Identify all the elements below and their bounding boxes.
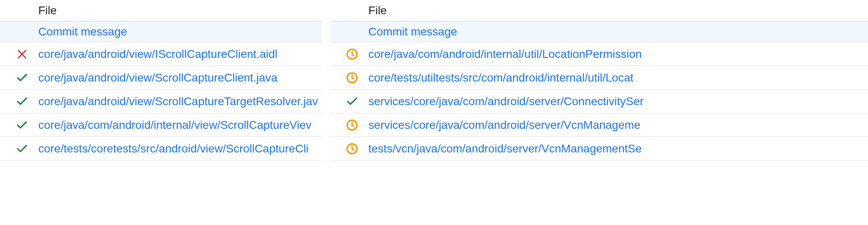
clock-icon	[346, 48, 359, 61]
file-path-link[interactable]: core/java/android/view/IScrollCaptureCli…	[38, 48, 278, 60]
file-path-link[interactable]: core/java/android/view/ScrollCaptureTarg…	[38, 95, 318, 108]
file-row: core/java/android/view/ScrollCaptureTarg…	[0, 90, 322, 113]
column-header-row: File	[0, 0, 322, 21]
file-row: core/java/com/android/internal/view/Scro…	[0, 113, 322, 137]
x-icon	[16, 48, 28, 60]
commit-message-link[interactable]: Commit message	[368, 25, 868, 38]
file-panel-left: File Commit message core/java/android/vi…	[0, 0, 322, 225]
commit-message-row[interactable]: Commit message	[330, 21, 868, 42]
file-row: services/core/java/com/android/server/Vc…	[330, 113, 868, 137]
status-icon-cell	[6, 95, 38, 108]
check-icon	[346, 95, 359, 108]
check-icon	[15, 142, 29, 155]
file-row: tests/vcn/java/com/android/server/VcnMan…	[330, 137, 868, 161]
file-path-link[interactable]: core/tests/utiltests/src/com/android/int…	[368, 71, 634, 84]
clock-icon	[346, 119, 359, 132]
file-path-link[interactable]: core/java/android/view/ScrollCaptureClie…	[38, 71, 278, 84]
column-header-row: File	[330, 0, 868, 21]
file-path-link[interactable]: services/core/java/com/android/server/Vc…	[368, 119, 641, 131]
status-icon-cell	[336, 71, 368, 84]
file-row: core/tests/utiltests/src/com/android/int…	[330, 66, 868, 90]
file-row: core/java/com/android/internal/util/Loca…	[330, 42, 868, 66]
file-row: core/java/android/view/ScrollCaptureClie…	[0, 66, 322, 90]
file-path-link[interactable]: core/java/com/android/internal/util/Loca…	[368, 48, 642, 60]
file-row: core/tests/coretests/src/android/view/Sc…	[0, 137, 322, 161]
status-icon-cell	[336, 142, 368, 155]
status-icon-cell	[6, 71, 38, 84]
status-icon-cell	[6, 48, 38, 60]
file-panel-right: File Commit message core/java/com/androi…	[330, 0, 868, 225]
check-icon	[15, 119, 29, 132]
status-icon-cell	[336, 95, 368, 108]
file-row: services/core/java/com/android/server/Co…	[330, 90, 868, 113]
file-row: core/java/android/view/IScrollCaptureCli…	[0, 42, 322, 66]
file-list-left: core/java/android/view/IScrollCaptureCli…	[0, 42, 322, 161]
commit-message-link[interactable]: Commit message	[38, 25, 322, 38]
commit-message-row[interactable]: Commit message	[0, 21, 322, 42]
status-icon-cell	[6, 142, 38, 155]
file-path-link[interactable]: services/core/java/com/android/server/Co…	[368, 95, 643, 108]
check-icon	[15, 71, 29, 84]
file-path-link[interactable]: tests/vcn/java/com/android/server/VcnMan…	[368, 142, 642, 155]
status-icon-cell	[6, 119, 38, 132]
status-icon-cell	[336, 48, 368, 61]
file-path-link[interactable]: core/java/com/android/internal/view/Scro…	[38, 119, 311, 131]
column-header-file: File	[368, 4, 868, 17]
clock-icon	[346, 71, 359, 84]
panel-gap	[322, 0, 330, 225]
check-icon	[15, 95, 29, 108]
file-list-right: core/java/com/android/internal/util/Loca…	[330, 42, 868, 161]
column-header-file: File	[38, 4, 322, 17]
clock-icon	[346, 142, 359, 155]
file-path-link[interactable]: core/tests/coretests/src/android/view/Sc…	[38, 142, 308, 155]
status-icon-cell	[336, 119, 368, 132]
